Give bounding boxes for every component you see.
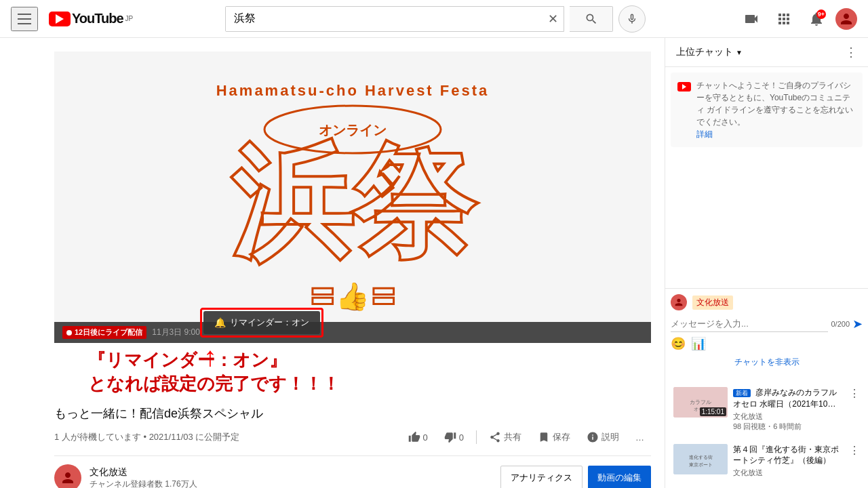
chat-avatar-icon: [673, 297, 684, 308]
search-button[interactable]: [570, 6, 613, 32]
header-center: ✕: [133, 5, 738, 33]
rec-info: 新着 彦岸みなみのカラフルオセロ 水曜日（2021年10月20日放... 文化放…: [733, 387, 844, 432]
svg-text:Hamamatsu-cho Harvest Festa: Hamamatsu-cho Harvest Festa: [216, 82, 490, 99]
waiting-count: 1 人が待機しています: [54, 432, 141, 442]
upload-icon: [743, 11, 760, 27]
chevron-down-icon: ▼: [736, 49, 743, 56]
reminder-button[interactable]: 🔔 リマインダー：オン: [203, 311, 320, 334]
search-input[interactable]: [226, 7, 542, 31]
search-clear-button[interactable]: ✕: [542, 12, 564, 26]
rec-title: 新着 彦岸みなみのカラフルオセロ 水曜日（2021年10月20日放...: [733, 387, 844, 410]
save-button[interactable]: 保存: [531, 427, 577, 447]
new-badge: 新着: [733, 389, 751, 397]
rec-duration: 1:15:01: [700, 407, 726, 416]
rec-item[interactable]: カラフル オセロ 1:15:01 新着 彦岸みなみのカラフルオセロ 水曜日（20…: [671, 384, 863, 434]
video-title: もっと一緒に！配信de浜祭スペシャル: [54, 405, 651, 422]
rec-item[interactable]: 進化する街 東京ポート 第４回『進化する街・東京ポートシティ竹芝』（後編） 文化…: [671, 441, 863, 481]
channel-info: 文化放送 チャンネル登録者数 1.76万人: [54, 464, 197, 488]
yt-logo-small: [677, 82, 691, 92]
yt-icon: [49, 12, 71, 26]
sidebar: 上位チャット ▼ ⋮ チャットへようこそ！ご自身のプライバシーを守るとともに、Y…: [665, 38, 868, 488]
yt-region-suffix: JP: [125, 15, 134, 22]
apps-button[interactable]: [770, 5, 797, 33]
chat-title: 上位チャット ▼: [676, 46, 743, 58]
notifications-button[interactable]: 9+: [803, 5, 830, 33]
save-label: 保存: [553, 431, 570, 443]
like-button[interactable]: 0: [401, 427, 435, 447]
share-icon: [489, 431, 501, 443]
chat-detail-link[interactable]: 詳細: [696, 129, 713, 139]
svg-text:東京ポート: 東京ポート: [689, 462, 713, 467]
svg-text:オンライン: オンライン: [319, 123, 387, 138]
channel-subs: チャンネル登録者数 1.76万人: [90, 479, 197, 489]
video-thumbnail: Hamamatsu-cho Harvest Festa オンライン 浜祭 〓👍〓: [54, 52, 651, 343]
chat-input-area: 文化放送 0/200 ➤ 😊 📊 チャットを非表示: [665, 288, 868, 379]
video-actions: 0 0 共有 保存: [401, 427, 651, 447]
send-icon: ➤: [852, 317, 863, 331]
notification-badge: 9+: [816, 9, 826, 19]
harvest-logo-svg: Hamamatsu-cho Harvest Festa オンライン 浜祭 〓👍〓: [88, 55, 617, 340]
edit-video-button[interactable]: 動画の編集: [588, 466, 651, 488]
video-player[interactable]: Hamamatsu-cho Harvest Festa オンライン 浜祭 〓👍〓…: [54, 52, 651, 343]
mic-button[interactable]: [618, 5, 646, 33]
hide-chat-button[interactable]: チャットを非表示: [671, 351, 863, 373]
channel-text: 文化放送 チャンネル登録者数 1.76万人: [90, 466, 197, 489]
video-info: もっと一緒に！配信de浜祭スペシャル 1 人が待機しています • 2021/11…: [54, 397, 651, 455]
channel-buttons: アナリティクス 動画の編集: [500, 466, 651, 488]
menu-button[interactable]: [11, 7, 38, 31]
header-right: 9+: [738, 5, 857, 33]
recommended-videos: カラフル オセロ 1:15:01 新着 彦岸みなみのカラフルオセロ 水曜日（20…: [665, 379, 868, 488]
search-bar: ✕: [225, 6, 564, 32]
bookmark-icon: [538, 431, 550, 443]
upload-button[interactable]: [738, 5, 765, 33]
more-button[interactable]: …: [629, 428, 651, 447]
rec-more-button[interactable]: ⋮: [849, 387, 860, 400]
svg-text:進化する街: 進化する街: [689, 455, 713, 460]
header: YouTubeJP ✕: [0, 0, 868, 38]
dislike-button[interactable]: 0: [437, 427, 471, 447]
annotation-line2: となれば設定の完了です！！！: [88, 372, 340, 396]
char-count: 0/200: [831, 320, 850, 328]
channel-avatar[interactable]: [54, 464, 81, 488]
rec-more-button[interactable]: ⋮: [849, 444, 860, 457]
rec-thumbnail: 進化する街 東京ポート: [673, 444, 728, 474]
chat-messages[interactable]: [665, 152, 868, 288]
video-area: Hamamatsu-cho Harvest Festa オンライン 浜祭 〓👍〓…: [0, 38, 665, 488]
live-date: 11月3日 9:00: [152, 327, 200, 338]
share-button[interactable]: 共有: [482, 427, 528, 447]
sticker-button[interactable]: 📊: [691, 336, 706, 351]
chat-title-text: 上位チャット: [676, 46, 733, 58]
reminder-label: リマインダー：オン: [230, 317, 309, 329]
channel-name[interactable]: 文化放送: [90, 466, 197, 479]
video-meta: 1 人が待機しています • 2021/11/03 に公開予定 0 0: [54, 427, 651, 447]
reminder-button-wrapper: 🔔 リマインダー：オン: [200, 308, 323, 338]
chat-input-row: 0/200 ➤: [671, 316, 863, 332]
live-badge: 12日後にライブ配信: [62, 326, 146, 339]
share-label: 共有: [504, 431, 521, 443]
publish-date: 2021/11/03 に公開予定: [149, 432, 240, 442]
youtube-wordmark: YouTube: [72, 11, 123, 26]
svg-text:浜祭: 浜祭: [231, 136, 478, 271]
more-label: …: [635, 432, 644, 443]
thumbs-down-icon: [444, 431, 456, 443]
chat-send-button[interactable]: ➤: [852, 317, 863, 331]
rec-thumbnail: カラフル オセロ 1:15:01: [673, 387, 728, 418]
main-layout: Hamamatsu-cho Harvest Festa オンライン 浜祭 〓👍〓…: [0, 38, 868, 488]
emoji-button[interactable]: 😊: [671, 336, 686, 351]
welcome-text: チャットへようこそ！ご自身のプライバシーを守るとともに、YouTubeのコミュニ…: [696, 79, 856, 140]
info-button[interactable]: 説明: [580, 427, 626, 447]
info-label: 説明: [601, 431, 619, 443]
chat-bottom-actions: 😊 📊: [671, 336, 863, 351]
chat-menu-button[interactable]: ⋮: [845, 45, 857, 60]
channel-avatar-icon: [60, 470, 76, 486]
chat-header: 上位チャット ▼ ⋮: [665, 38, 868, 67]
info-icon: [587, 431, 599, 443]
analytics-button[interactable]: アナリティクス: [500, 466, 583, 488]
chat-message-input[interactable]: [671, 316, 828, 332]
live-overlay: 12日後にライブ配信 11月3日 9:00: [54, 322, 651, 343]
account-avatar[interactable]: [835, 8, 857, 30]
youtube-logo[interactable]: YouTubeJP: [49, 11, 133, 26]
like-count: 0: [423, 432, 428, 443]
video-stats: 1 人が待機しています • 2021/11/03 に公開予定: [54, 431, 239, 443]
mic-icon: [626, 13, 638, 25]
